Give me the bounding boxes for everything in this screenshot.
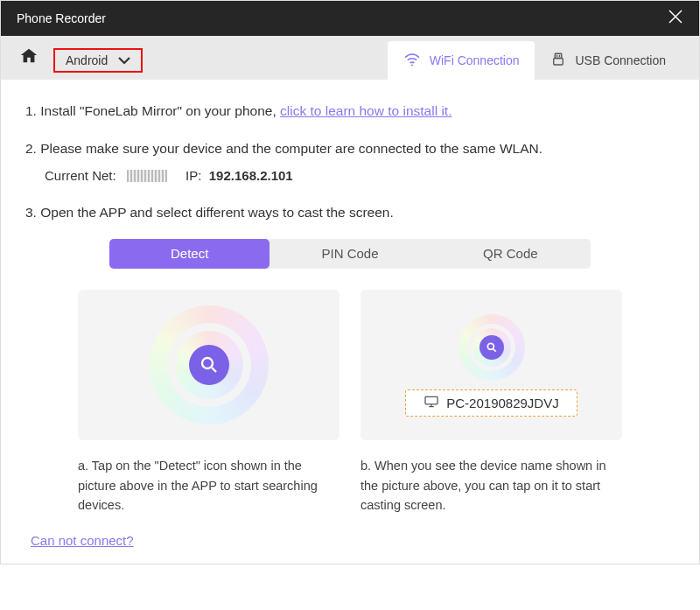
current-net-label: Current Net:: [45, 168, 116, 183]
svg-line-8: [212, 368, 216, 372]
detect-ring-large: [150, 305, 269, 424]
ssid-value-redacted: [127, 170, 167, 182]
cast-method-tabs: Detect PIN Code QR Code: [109, 239, 591, 269]
tab-usb-connection[interactable]: USB Connection: [535, 41, 682, 80]
step-3-text: 3. Open the APP and select different way…: [25, 205, 394, 220]
close-icon[interactable]: [668, 9, 683, 28]
svg-rect-11: [425, 396, 438, 403]
step-1-text: 1. Install "FoneLab Mirror" on your phon…: [25, 103, 280, 118]
detect-ring-small: [458, 314, 525, 381]
step-2: 2. Please make sure your device and the …: [25, 138, 675, 186]
svg-point-7: [202, 358, 213, 368]
monitor-icon: [424, 396, 439, 410]
method-tab-detect[interactable]: Detect: [109, 239, 270, 269]
wifi-icon: [403, 53, 421, 69]
platform-dropdown[interactable]: Android: [53, 48, 143, 73]
search-icon: [480, 335, 504, 360]
search-icon: [189, 345, 229, 385]
device-name-pill[interactable]: PC-20190829JDVJ: [405, 389, 577, 417]
chevron-down-icon: [118, 53, 130, 67]
panel-b: PC-20190829JDVJ b. When you see the devi…: [360, 290, 622, 515]
usb-icon: [550, 52, 566, 70]
svg-line-10: [493, 349, 495, 352]
step-2-text: 2. Please make sure your device and the …: [25, 141, 542, 156]
panel-a-caption: a. Tap on the "Detect" icon shown in the…: [78, 456, 340, 515]
topbar: Android WiFi Connection USB Connection: [1, 36, 699, 80]
svg-point-2: [411, 64, 413, 66]
network-info: Current Net: IP: 192.168.2.101: [25, 165, 675, 186]
panel-a-illustration: [78, 290, 340, 440]
connection-tabs: WiFi Connection USB Connection: [388, 36, 682, 80]
step-1: 1. Install "FoneLab Mirror" on your phon…: [25, 101, 675, 123]
footer: Can not connect?: [25, 515, 675, 548]
tab-wifi-connection[interactable]: WiFi Connection: [388, 41, 536, 80]
svg-rect-4: [554, 58, 564, 65]
tab-usb-label: USB Connection: [575, 53, 666, 67]
device-name-text: PC-20190829JDVJ: [446, 396, 558, 410]
content-area: 1. Install "FoneLab Mirror" on your phon…: [1, 80, 699, 564]
instruction-panels: a. Tap on the "Detect" icon shown in the…: [25, 290, 675, 515]
step-3: 3. Open the APP and select different way…: [25, 202, 675, 224]
ip-label: IP:: [186, 168, 201, 183]
install-help-link[interactable]: click to learn how to install it.: [280, 103, 452, 118]
titlebar: Phone Recorder: [1, 1, 699, 36]
tab-wifi-label: WiFi Connection: [430, 53, 520, 67]
svg-point-9: [487, 343, 494, 349]
method-tab-qr[interactable]: QR Code: [430, 239, 591, 269]
svg-rect-3: [556, 53, 563, 58]
home-icon[interactable]: [18, 46, 39, 69]
app-title: Phone Recorder: [17, 11, 106, 25]
panel-a: a. Tap on the "Detect" icon shown in the…: [78, 290, 340, 515]
cannot-connect-link[interactable]: Can not connect?: [31, 533, 134, 548]
ip-value: 192.168.2.101: [209, 168, 293, 183]
method-tab-pin[interactable]: PIN Code: [270, 239, 430, 269]
panel-b-illustration: PC-20190829JDVJ: [360, 290, 622, 440]
platform-label: Android: [66, 53, 108, 67]
panel-b-caption: b. When you see the device name shown in…: [360, 456, 622, 515]
